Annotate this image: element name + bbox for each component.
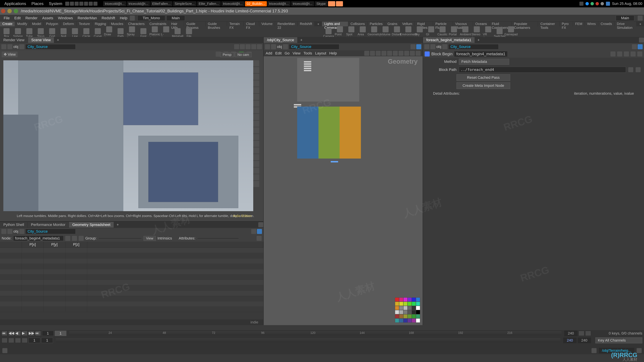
shelf-item[interactable]: Curve [92, 28, 103, 38]
window-titlebar[interactable]: /media/tricecold/NVME_Storage/Work/Houdi… [0, 7, 644, 15]
palette-swatch[interactable] [408, 310, 412, 314]
shelf-item[interactable]: Torus [36, 28, 46, 38]
menu-redshift[interactable]: Redshift [99, 16, 118, 20]
shelf-tab[interactable]: Redshift [298, 22, 314, 26]
path-field[interactable]: City_Source [448, 44, 498, 49]
shelf-tab[interactable]: FEM [573, 22, 585, 26]
tab-sceneview[interactable]: Scene View [28, 37, 54, 43]
palette-swatch[interactable] [412, 306, 416, 310]
task-item[interactable]: EliteFallen... [150, 1, 172, 6]
first-frame-icon[interactable]: ⏮ [2, 331, 8, 336]
shelf-item[interactable]: Tube [24, 28, 34, 38]
add-tab-icon[interactable]: + [114, 222, 122, 228]
network-box[interactable] [297, 58, 359, 102]
path-field[interactable]: City_Source [25, 44, 76, 49]
task-item[interactable]: tricecold@t... [221, 1, 244, 6]
net-tool-icon[interactable] [404, 51, 409, 56]
palette-swatch[interactable] [399, 298, 403, 302]
table-row[interactable] [0, 264, 263, 269]
net-menu-layout[interactable]: Layout [315, 51, 326, 55]
pin-icon[interactable] [251, 229, 256, 234]
table-row[interactable] [0, 275, 263, 280]
node-input[interactable]: foreach_begin4_metadata1 [13, 236, 64, 241]
shelf-tab[interactable]: Particle Fluids [433, 22, 453, 26]
palette-swatch[interactable] [399, 319, 403, 323]
palette-swatch[interactable] [403, 314, 408, 319]
shelf-tab[interactable]: Crowds [598, 22, 614, 26]
display-option-icon[interactable] [253, 60, 259, 66]
task-item[interactable]: tricecold@t... [291, 1, 314, 6]
shelf-tab[interactable]: Grains [385, 22, 400, 26]
key-channels-dropdown[interactable]: Key All Channels [595, 337, 642, 344]
display-option-icon[interactable] [253, 80, 259, 86]
shelf-tab[interactable]: Guide Process [184, 22, 206, 26]
timeline-ruler[interactable]: 24 48 72 96 120 144 168 192 216 [69, 331, 562, 336]
net-tool-icon[interactable] [398, 51, 404, 56]
forward-icon[interactable] [8, 44, 12, 49]
display-option-icon[interactable] [253, 94, 259, 100]
search-icon[interactable] [624, 51, 629, 56]
class-prims-icon[interactable] [79, 236, 84, 241]
palette-swatch[interactable] [408, 319, 412, 323]
table-row[interactable] [0, 248, 263, 253]
palette-swatch[interactable] [399, 306, 403, 310]
sys-menu-system[interactable]: System [46, 1, 65, 6]
shelf-tab[interactable]: Hair Utils [169, 22, 184, 26]
palette-swatch[interactable] [412, 314, 416, 319]
jump-icon[interactable] [636, 67, 641, 72]
last-frame-icon[interactable]: ⏭ [35, 331, 41, 336]
node[interactable] [304, 68, 311, 69]
table-row[interactable] [0, 280, 263, 285]
pin-icon[interactable] [632, 44, 637, 49]
palette-swatch[interactable] [403, 298, 408, 302]
next-key-icon[interactable]: ▶▶ [28, 331, 34, 336]
menu-edit[interactable]: Edit [12, 16, 23, 20]
desk-selector[interactable]: Tim_Mono [138, 15, 165, 21]
shelf-tab[interactable]: RenderMan 22 [275, 22, 298, 26]
forward-icon[interactable] [8, 229, 12, 234]
intrinsics-label[interactable]: Intrinsics [158, 236, 172, 241]
shelf-item[interactable]: Font [138, 28, 148, 38]
back-icon[interactable] [424, 44, 429, 49]
help-icon[interactable] [637, 51, 642, 56]
current-frame-input[interactable]: 1 [55, 331, 66, 336]
tray-dot-icon[interactable] [590, 2, 594, 5]
path-field[interactable]: City_Source [289, 44, 339, 49]
viewport-snap-icon[interactable] [216, 52, 221, 57]
shelf-item[interactable]: Camera [323, 28, 334, 38]
shelf-tab[interactable]: Populate Containers [512, 22, 538, 26]
palette-swatch[interactable] [403, 310, 408, 314]
shelf-tab[interactable]: Volume [259, 22, 275, 26]
palette-swatch[interactable] [412, 302, 416, 306]
task-item[interactable] [328, 1, 335, 6]
link-icon[interactable] [638, 44, 643, 49]
network-subbox[interactable] [318, 107, 340, 159]
task-item[interactable]: tricecold@t... [103, 1, 126, 6]
status-icon[interactable] [636, 348, 642, 353]
shelf-tab[interactable]: Characters [126, 22, 147, 26]
col-header[interactable]: P[z] [66, 242, 87, 248]
network-subbox[interactable] [340, 107, 361, 159]
palette-swatch[interactable] [403, 319, 408, 323]
net-tool-icon[interactable] [393, 51, 398, 56]
minimize-window-icon[interactable] [8, 9, 12, 13]
table-row[interactable] [0, 285, 263, 291]
viewport-camera-dropdown[interactable]: No cam [235, 52, 252, 57]
task-item[interactable] [336, 1, 343, 6]
display-option-icon[interactable] [253, 74, 259, 80]
display-option-icon[interactable] [253, 181, 259, 187]
play-fwd-icon[interactable]: ▶ [22, 331, 28, 336]
net-tool-icon[interactable] [387, 51, 392, 56]
range-end-input[interactable]: 240 [563, 338, 576, 343]
tray-icon[interactable] [89, 2, 93, 6]
net-tool-icon[interactable] [364, 51, 369, 56]
help-icon[interactable] [638, 15, 643, 21]
palette-swatch[interactable] [416, 298, 420, 302]
network-tab[interactable]: /obj/City_Source [264, 37, 298, 43]
display-option-icon[interactable] [253, 141, 259, 147]
class-verts-icon[interactable] [72, 236, 77, 241]
sys-menu-applications[interactable]: Applications [2, 1, 29, 6]
task-item[interactable]: Skype [315, 1, 328, 6]
shelf-tab-create[interactable]: Create [0, 22, 15, 26]
display-option-icon[interactable] [253, 147, 259, 153]
